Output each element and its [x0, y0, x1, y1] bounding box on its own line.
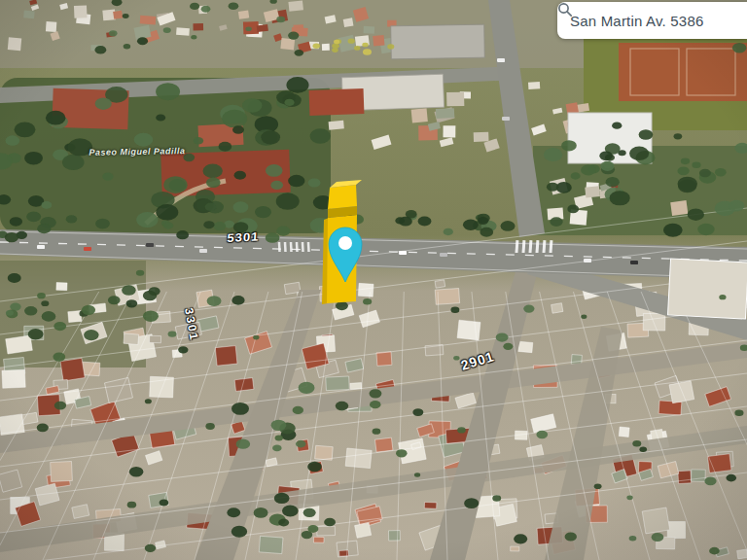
satellite-map-canvas[interactable] [0, 0, 747, 560]
search-bar[interactable]: San Martin Av. 5386 [557, 2, 747, 39]
vignette [0, 0, 747, 560]
search-input[interactable]: San Martin Av. 5386 [570, 13, 704, 29]
search-icon [557, 2, 573, 18]
map-viewport[interactable]: Paseo Miguel Padilla 5301 3301 2901 San … [0, 0, 747, 560]
